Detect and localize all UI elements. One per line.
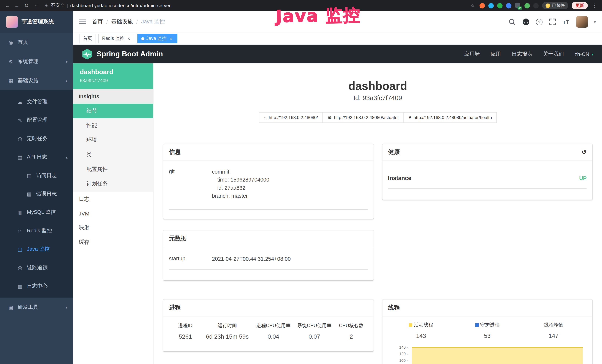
breadcrumb-home[interactable]: 首页 [92,18,103,25]
infra-icon: ▦ [8,78,14,84]
sba-nav-wallboard[interactable]: 应用墙 [464,51,480,57]
paused-badge[interactable]: 已暂停 [542,2,568,9]
sba-content: dashboard Id: 93a3fc7f7409 ⌂ http://192.… [153,64,602,364]
history-icon[interactable]: ↺ [581,149,587,156]
sidebar-item-error-log[interactable]: ▧ 错误日志 [0,185,73,203]
sidebar-item-tracing[interactable]: ◎ 链路追踪 [0,258,73,277]
browser-home-icon[interactable]: ⌂ [33,3,40,8]
sidebar-item-infra[interactable]: ▦ 基础设施 ▴ [0,71,73,90]
extension-icon-grid[interactable] [506,3,511,8]
tab-home[interactable]: 首页 [79,34,96,43]
sba-nav-about[interactable]: 关于我们 [543,51,564,57]
extension-icon-switch[interactable]: on [515,2,521,9]
extension-icon-green[interactable] [497,3,503,8]
gear-icon: ⚙ [8,59,14,64]
col-value: 0.07 [294,333,335,340]
sba-item-scheduled-tasks[interactable]: 计划任务 [73,177,153,191]
health-link[interactable]: ♥ http://192.168.0.2:48080/actuator/heal… [404,112,497,123]
threads-chart: 140 120 100 [388,346,587,364]
health-card: 健康 ↺ Instance UP [382,144,592,200]
sba-brand[interactable]: Spring Boot Admin [81,48,163,60]
fullscreen-icon[interactable] [548,18,556,26]
sidebar-item-mysql-monitor[interactable]: ▥ MySQL 监控 [0,203,73,221]
sba-nav-applications[interactable]: 应用 [491,51,501,57]
update-button[interactable]: 更新 [572,2,588,9]
extension-on-badge: on [518,6,522,10]
forward-icon[interactable]: → [13,3,20,8]
breadcrumb-separator: / [136,19,138,25]
sidebar-item-config-manage[interactable]: ✎ 配置管理 [0,111,73,129]
sidebar-item-scheduled-job[interactable]: ◷ 定时任务 [0,129,73,148]
breadcrumb-current: Java 监控 [141,18,165,25]
tab-redis-monitor[interactable]: Redis 监控 × [98,34,135,43]
sidebar-item-home[interactable]: ◉ 首页 [0,33,73,52]
instance-header[interactable]: dashboard 93a3fc7f7409 [73,64,153,89]
extension-icon-leaf[interactable] [525,3,530,8]
extension-icon-orange[interactable] [479,3,485,8]
sba-locale-select[interactable]: zh-CN ▾ [575,51,593,57]
cloud-icon: ☁ [17,99,23,105]
font-size-icon[interactable]: тT [562,18,570,26]
back-icon[interactable]: ← [4,3,11,8]
col-header: 进程ID [169,322,202,329]
sidebar-item-access-log[interactable]: ▧ 访问日志 [0,166,73,185]
reload-icon[interactable]: ↻ [23,3,30,8]
app-logo[interactable]: 芋道管理系统 [0,11,73,33]
live-threads-area [412,347,583,364]
sba-item-mappings[interactable]: 映射 [73,221,153,235]
info-value: commit: time: 1596289704000 id: 27aa832 … [212,168,269,200]
extension-icon-dark[interactable] [533,3,538,8]
dashboard-icon: ◉ [8,39,14,45]
sba-item-details[interactable]: 细节 [73,104,153,118]
breadcrumb-separator: / [107,19,108,25]
avatar[interactable] [576,16,588,28]
hamburger-icon[interactable] [79,20,86,24]
sba-item-config-props[interactable]: 配置属性 [73,162,153,177]
extension-icon-drop[interactable] [488,3,494,8]
tab-java-monitor[interactable]: Java 监控 × [137,34,177,43]
sidebar-item-system[interactable]: ⚙ 系统管理 ▾ [0,52,73,71]
process-table: 进程ID 5261 运行时间 6d 23h 15m 59s 进程CPU使用率 [169,320,368,340]
card-title: 线程 [388,304,400,312]
metadata-value: 2021-04-27T00:44:31.254+08:00 [212,255,291,263]
url-text[interactable]: dashboard.yudao.iocoder.cn/infra/admin-s… [70,3,171,8]
sidebar-item-log-center[interactable]: ▨ 日志中心 [0,277,73,295]
sidebar-item-dev-tools[interactable]: ▣ 研发工具 ▾ [0,298,73,317]
col-header: 运行时间 [202,322,253,329]
help-icon[interactable]: ? [536,19,542,25]
sba-item-jvm[interactable]: JVM [73,207,153,221]
locale-label: zh-CN [575,51,589,57]
sba-item-caches[interactable]: 缓存 [73,235,153,250]
close-icon[interactable]: × [168,36,173,41]
logo-avatar [6,16,18,28]
sba-item-performance[interactable]: 性能 [73,118,153,133]
sidebar-item-redis-monitor[interactable]: ≋ Redis 监控 [0,222,73,240]
bookmark-star-icon[interactable]: ☆ [469,3,476,8]
sidebar-item-label: 系统管理 [18,58,38,65]
search-icon[interactable] [508,18,516,26]
sba-item-environment[interactable]: 环境 [73,133,153,147]
health-instance-row[interactable]: Instance UP [388,166,587,189]
sidebar-item-java-monitor[interactable]: ▢ Java 监控 [0,240,73,258]
actuator-link[interactable]: ⚙ http://192.168.0.2:48080/actuator [322,112,404,123]
close-icon[interactable]: × [126,36,131,41]
cards-grid: 信息 git commit: time: 1596289704000 id: 2… [163,144,592,364]
breadcrumb-infra[interactable]: 基础设施 [111,18,133,25]
github-icon[interactable] [522,18,530,26]
left-column: 信息 git commit: time: 1596289704000 id: 2… [163,144,373,364]
caret-down-icon[interactable]: ▾ [594,20,596,24]
browser-menu-icon[interactable]: ⋮ [591,3,598,8]
sba-nav-journal[interactable]: 日志报表 [512,51,532,57]
sidebar-item-label: Redis 监控 [27,227,52,234]
instance-home-link[interactable]: ⌂ http://192.168.0.2:48080/ [259,112,323,123]
sidebar-item-api-log[interactable]: ▤ API 日志 ▴ [0,148,73,166]
sidebar-item-file-manage[interactable]: ☁ 文件管理 [0,93,73,111]
app-title: 芋道管理系统 [22,18,54,25]
sba-body: dashboard 93a3fc7f7409 Insights 细节 性能 环境… [73,64,602,364]
sba-item-logs[interactable]: 日志 [73,192,153,207]
sba-item-classes[interactable]: 类 [73,147,153,162]
instance-id: 93a3fc7f7409 [80,78,146,83]
screenshot-root: ← → ↻ ⌂ ⚠ 不安全 | dashboard.yudao.iocoder.… [0,0,602,364]
paused-label: 已暂停 [552,3,565,8]
address-bar[interactable]: ⚠ 不安全 | dashboard.yudao.iocoder.cn/infra… [44,2,171,9]
